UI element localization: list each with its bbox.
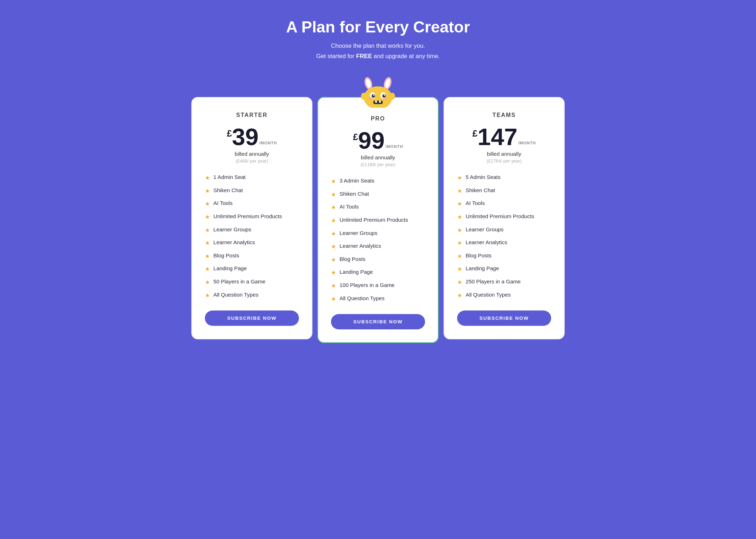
list-item: ★Learner Groups	[331, 230, 425, 238]
list-item: ★5 Admin Seats	[457, 174, 551, 182]
list-item: ★Learner Analytics	[457, 239, 551, 247]
billed-teams: billed annually	[457, 151, 551, 157]
star-icon: ★	[205, 200, 210, 208]
subtitle-free: FREE	[356, 53, 372, 60]
star-icon: ★	[205, 239, 210, 247]
list-item: ★Blog Posts	[205, 252, 299, 260]
list-item: ★Blog Posts	[457, 252, 551, 260]
plan-card-starter: STARTER £ 39 /MONTH billed annually (£46…	[191, 97, 312, 339]
list-item: ★Learner Groups	[457, 226, 551, 234]
list-item: ★Landing Page	[331, 268, 425, 277]
per-year-pro: (£1188/ per year)	[331, 162, 425, 167]
star-icon: ★	[331, 269, 336, 277]
amount-pro: 99	[358, 128, 385, 152]
star-icon: ★	[205, 174, 210, 182]
star-icon: ★	[457, 213, 462, 221]
feature-list-pro: ★3 Admin Seats ★Shiken Chat ★AI Tools ★U…	[331, 177, 425, 303]
period-starter: /MONTH	[259, 141, 277, 145]
plan-price-starter: £ 39 /MONTH	[205, 125, 299, 149]
plan-name-pro: PRO	[331, 115, 425, 122]
star-icon: ★	[457, 187, 462, 195]
svg-point-12	[383, 97, 387, 100]
list-item: ★Unlimited Premium Products	[457, 213, 551, 221]
subtitle-line2-pre: Get started for	[316, 53, 356, 60]
amount-teams: 147	[477, 125, 517, 149]
list-item: ★Shiken Chat	[205, 187, 299, 195]
star-icon: ★	[331, 243, 336, 251]
list-item: ★Landing Page	[457, 265, 551, 273]
currency-starter: £	[227, 128, 232, 139]
list-item: ★AI Tools	[331, 203, 425, 211]
star-icon: ★	[331, 282, 336, 290]
star-icon: ★	[331, 204, 336, 211]
list-item: ★All Question Types	[331, 295, 425, 303]
list-item: ★Learner Groups	[205, 226, 299, 234]
plan-card-teams: TEAMS £ 147 /MONTH billed annually (£176…	[444, 97, 565, 339]
subscribe-button-pro[interactable]: SUBSCRIBE NOW	[331, 314, 425, 329]
list-item: ★100 Players in a Game	[331, 282, 425, 290]
list-item: ★Landing Page	[205, 265, 299, 273]
amount-starter: 39	[232, 125, 259, 149]
list-item: ★Unlimited Premium Products	[205, 213, 299, 221]
star-icon: ★	[457, 278, 462, 286]
star-icon: ★	[457, 292, 462, 299]
list-item: ★1 Admin Seat	[205, 174, 299, 182]
star-icon: ★	[331, 217, 336, 225]
star-icon: ★	[331, 230, 336, 238]
plans-container: STARTER £ 39 /MONTH billed annually (£46…	[182, 97, 574, 343]
svg-point-16	[361, 93, 367, 100]
svg-point-9	[373, 94, 374, 96]
plan-name-starter: STARTER	[205, 112, 299, 118]
plan-name-teams: TEAMS	[457, 112, 551, 118]
svg-rect-15	[379, 101, 381, 103]
svg-point-11	[369, 97, 373, 100]
star-icon: ★	[457, 226, 462, 234]
period-teams: /MONTH	[518, 141, 536, 145]
per-year-starter: (£468/ per year)	[205, 158, 299, 164]
svg-point-4	[364, 86, 392, 108]
feature-list-teams: ★5 Admin Seats ★Shiken Chat ★AI Tools ★U…	[457, 174, 551, 299]
list-item: ★Shiken Chat	[331, 190, 425, 199]
page-title: A Plan for Every Creator	[286, 18, 470, 36]
svg-rect-14	[375, 101, 377, 103]
star-icon: ★	[331, 256, 336, 264]
list-item: ★AI Tools	[457, 200, 551, 208]
subtitle-line1: Choose the plan that works for you.	[331, 42, 425, 49]
list-item: ★Blog Posts	[331, 256, 425, 264]
star-icon: ★	[205, 292, 210, 299]
star-icon: ★	[205, 213, 210, 221]
star-icon: ★	[205, 252, 210, 260]
list-item: ★AI Tools	[205, 200, 299, 208]
list-item: ★All Question Types	[457, 291, 551, 299]
plan-card-pro: PRO £ 99 /MONTH billed annually (£1188/ …	[317, 97, 439, 343]
page-subtitle: Choose the plan that works for you. Get …	[286, 41, 470, 61]
list-item: ★Learner Analytics	[331, 242, 425, 251]
star-icon: ★	[331, 178, 336, 185]
svg-point-10	[384, 94, 385, 96]
plan-price-pro: £ 99 /MONTH	[331, 128, 425, 152]
list-item: ★Unlimited Premium Products	[331, 216, 425, 225]
svg-rect-13	[373, 101, 383, 104]
subscribe-button-starter[interactable]: SUBSCRIBE NOW	[205, 310, 299, 326]
period-pro: /MONTH	[385, 144, 403, 149]
billed-pro: billed annually	[331, 154, 425, 160]
subtitle-line2-post: and upgrade at any time.	[372, 53, 440, 60]
star-icon: ★	[457, 239, 462, 247]
mascot-icon	[358, 76, 398, 108]
star-icon: ★	[205, 278, 210, 286]
star-icon: ★	[331, 295, 336, 303]
page-header: A Plan for Every Creator Choose the plan…	[286, 18, 470, 61]
star-icon: ★	[331, 191, 336, 199]
star-icon: ★	[457, 265, 462, 273]
per-year-teams: (£1764/ per year)	[457, 158, 551, 164]
mascot-wrapper	[358, 76, 398, 108]
list-item: ★50 Players in a Game	[205, 278, 299, 286]
subscribe-button-teams[interactable]: SUBSCRIBE NOW	[457, 310, 551, 326]
svg-point-17	[389, 93, 395, 100]
currency-teams: £	[472, 128, 477, 139]
star-icon: ★	[205, 226, 210, 234]
list-item: ★Learner Analytics	[205, 239, 299, 247]
currency-pro: £	[353, 132, 358, 142]
plan-price-teams: £ 147 /MONTH	[457, 125, 551, 149]
star-icon: ★	[457, 252, 462, 260]
